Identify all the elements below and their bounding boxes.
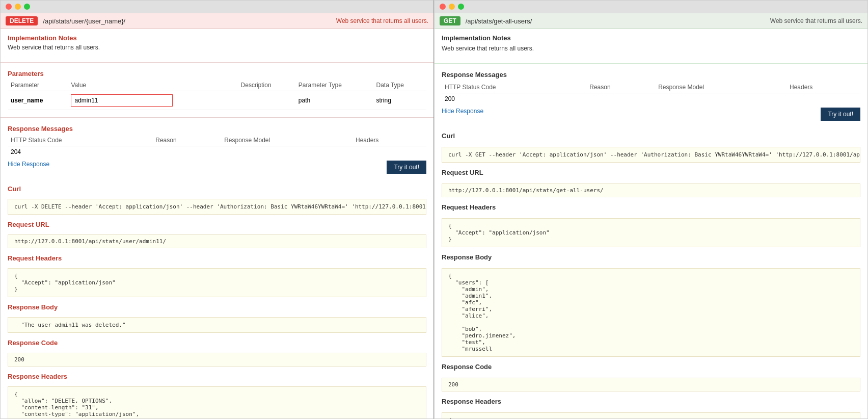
col-parameter: Parameter [8, 80, 68, 91]
col-response-model: Response Model [221, 135, 352, 146]
window-controls-right [435, 1, 867, 13]
col-value: Value [68, 80, 237, 91]
response-messages-right: Response Messages HTTP Status Code Reaso… [435, 66, 867, 129]
try-it-btn-left[interactable]: Try it out! [387, 161, 426, 174]
resp-headers-title-left: Response Headers [8, 373, 426, 380]
col-http-status: HTTP Status Code [8, 135, 152, 146]
param-value-input[interactable] [71, 94, 173, 107]
headers-cell-right [786, 93, 860, 105]
request-url-section-left: Request URL [1, 218, 433, 231]
req-url-title-right: Request URL [442, 169, 860, 176]
response-body-left: "The user admin11 was deleted." [8, 317, 426, 333]
method-badge-get: GET [440, 16, 460, 25]
resp-code-title-right: Response Code [442, 363, 860, 371]
param-name-username: user_name [11, 97, 43, 104]
col-reason-right: Reason [586, 82, 655, 93]
implementation-notes-left: Implementation Notes Web service that re… [1, 29, 433, 60]
response-headers-left: { "allow": "DELETE, OPTIONS", "content-l… [8, 386, 426, 419]
impl-notes-title-left: Implementation Notes [8, 34, 426, 42]
endpoint-bar-left: DELETE /api/stats/user/{user_name}/ Web … [1, 13, 433, 29]
request-headers-section-left: Request Headers [1, 251, 433, 265]
req-url-title-left: Request URL [8, 221, 426, 228]
headers-cell [352, 146, 426, 158]
reason-cell-right [586, 93, 655, 105]
resp-controls-left: Hide Response Try it out! [8, 158, 426, 177]
response-headers-section-left: Response Headers [1, 370, 433, 383]
response-body-right: { "users": [ "admin", "admin1", "afc", "… [442, 268, 860, 357]
implementation-notes-right: Implementation Notes Web service that re… [435, 29, 867, 61]
resp-headers-title-right: Response Headers [442, 398, 860, 405]
endpoint-path-right: /api/stats/get-all-users/ [466, 17, 765, 25]
request-headers-section-right: Request Headers [435, 200, 867, 215]
resp-msg-table-right: HTTP Status Code Reason Response Model H… [442, 82, 860, 104]
req-headers-title-left: Request Headers [8, 254, 426, 262]
curl-command-left: curl -X DELETE --header 'Accept: applica… [8, 199, 426, 215]
resp-code-title-left: Response Code [8, 339, 426, 347]
hide-response-link-left[interactable]: Hide Response [8, 161, 49, 168]
request-headers-left: { "Accept": "application/json" } [8, 268, 426, 297]
dot-red-right[interactable] [440, 4, 446, 10]
col-headers-right: Headers [786, 82, 860, 93]
status-code-left: 204 [8, 146, 152, 158]
curl-title-left: Curl [8, 185, 426, 193]
endpoint-desc-right: Web service that returns all users. [770, 17, 862, 24]
impl-notes-title-right: Implementation Notes [442, 34, 860, 42]
dot-yellow-left[interactable] [15, 4, 21, 10]
response-code-section-right: Response Code [435, 360, 867, 375]
req-headers-title-right: Request Headers [442, 203, 860, 211]
endpoint-desc-left: Web service that returns all users. [336, 17, 428, 24]
param-data-type-val: string [373, 91, 426, 110]
curl-command-right: curl -X GET --header 'Accept: applicatio… [442, 147, 860, 163]
col-data-type: Data Type [373, 80, 426, 91]
param-desc [238, 91, 295, 110]
resp-msg-table-left: HTTP Status Code Reason Response Model H… [8, 135, 426, 158]
response-code-right: 200 [442, 378, 860, 391]
response-messages-left: Response Messages HTTP Status Code Reaso… [1, 120, 433, 182]
curl-section-right: Curl [435, 129, 867, 144]
col-description: Description [238, 80, 295, 91]
resp-controls-right: Hide Response Try it out! [442, 104, 860, 124]
request-url-left: http://127.0.0.1:8001/api/stats/user/adm… [8, 234, 426, 248]
response-headers-section-right: Response Headers [435, 395, 867, 409]
curl-title-right: Curl [442, 132, 860, 140]
response-model-cell-right [655, 93, 786, 105]
response-headers-right: { "allow": "GET, HEAD, OPTIONS", "cache-… [442, 412, 860, 419]
impl-notes-text-left: Web service that returns all users. [8, 44, 426, 51]
response-code-left: 200 [8, 353, 426, 366]
table-row: 204 [8, 146, 426, 158]
status-code-right: 200 [442, 93, 586, 105]
parameters-section-left: Parameters Parameter Value Description P… [1, 65, 433, 115]
dot-red-left[interactable] [6, 4, 12, 10]
col-http-status-right: HTTP Status Code [442, 82, 586, 93]
response-body-section-right: Response Body [435, 250, 867, 265]
param-type-val: path [295, 91, 373, 110]
try-it-btn-right[interactable]: Try it out! [821, 108, 860, 121]
resp-msg-title-right: Response Messages [442, 71, 860, 78]
dot-yellow-right[interactable] [449, 4, 455, 10]
endpoint-path-left: /api/stats/user/{user_name}/ [43, 17, 331, 25]
response-model-cell [221, 146, 352, 158]
col-param-type: Parameter Type [295, 80, 373, 91]
response-body-section-left: Response Body [1, 300, 433, 314]
curl-section-left: Curl [1, 182, 433, 196]
resp-msg-title-left: Response Messages [8, 125, 426, 133]
table-row: user_name path string [8, 91, 426, 110]
resp-body-title-right: Response Body [442, 253, 860, 261]
endpoint-bar-right: GET /api/stats/get-all-users/ Web servic… [435, 13, 867, 29]
window-controls-left [1, 1, 433, 13]
dot-green-right[interactable] [458, 4, 464, 10]
right-panel: GET /api/stats/get-all-users/ Web servic… [434, 0, 868, 419]
resp-body-title-left: Response Body [8, 303, 426, 311]
request-url-right: http://127.0.0.1:8001/api/stats/get-all-… [442, 184, 860, 197]
reason-cell [152, 146, 221, 158]
response-code-section-left: Response Code [1, 336, 433, 350]
method-badge-delete: DELETE [6, 16, 38, 25]
table-row: 200 [442, 93, 860, 105]
hide-response-link-right[interactable]: Hide Response [442, 108, 483, 115]
dot-green-left[interactable] [24, 4, 30, 10]
left-panel: DELETE /api/stats/user/{user_name}/ Web … [0, 0, 434, 419]
request-headers-right: { "Accept": "application/json" } [442, 218, 860, 247]
impl-notes-text-right: Web service that returns all users. [442, 45, 860, 52]
col-headers: Headers [352, 135, 426, 146]
params-title-left: Parameters [8, 70, 426, 77]
